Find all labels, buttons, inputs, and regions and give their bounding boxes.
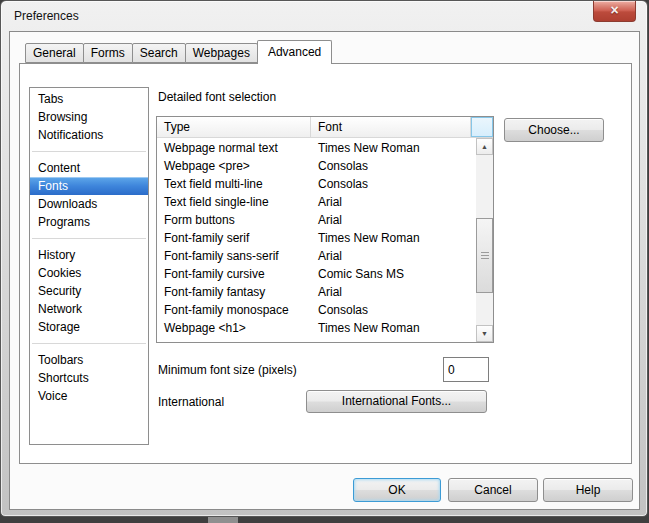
table-row[interactable]: Font-family cursive Comic Sans MS bbox=[157, 265, 476, 283]
table-row[interactable]: Form buttons Arial bbox=[157, 211, 476, 229]
font-selection-table: Type Font Webpage normal text Times New … bbox=[156, 116, 494, 343]
cell-type: Font-family sans-serif bbox=[164, 247, 279, 265]
sidebar-item-browsing[interactable]: Browsing bbox=[30, 108, 148, 126]
screen: Preferences × General Forms Search Webpa… bbox=[0, 0, 649, 523]
table-row[interactable]: Webpage <pre> Consolas bbox=[157, 157, 476, 175]
sidebar-separator bbox=[32, 238, 146, 239]
cell-font: Times New Roman bbox=[318, 139, 420, 157]
table-scrollbar[interactable]: ▲ ▼ bbox=[476, 138, 493, 342]
sidebar-separator bbox=[32, 343, 146, 344]
section-label: Detailed font selection bbox=[158, 90, 276, 104]
settings-sidebar: Tabs Browsing Notifications Content Font… bbox=[29, 87, 149, 445]
cell-font: Comic Sans MS bbox=[318, 265, 404, 283]
sidebar-item-notifications[interactable]: Notifications bbox=[30, 126, 148, 144]
sidebar-item-downloads[interactable]: Downloads bbox=[30, 195, 148, 213]
table-row[interactable]: Font-family sans-serif Arial bbox=[157, 247, 476, 265]
help-button[interactable]: Help bbox=[543, 478, 633, 502]
cell-type: Font-family fantasy bbox=[164, 283, 265, 301]
scroll-down-icon: ▼ bbox=[477, 326, 492, 341]
sidebar-item-tabs[interactable]: Tabs bbox=[30, 90, 148, 108]
cell-type: Webpage <pre> bbox=[164, 157, 250, 175]
column-header-type[interactable]: Type bbox=[157, 117, 311, 137]
column-header-spacer[interactable] bbox=[471, 117, 493, 137]
table-row[interactable]: Font-family monospace Consolas bbox=[157, 301, 476, 319]
min-font-size-label: Minimum font size (pixels) bbox=[158, 363, 297, 377]
tab-search[interactable]: Search bbox=[132, 43, 186, 63]
tab-general[interactable]: General bbox=[25, 43, 84, 63]
close-button[interactable]: × bbox=[593, 1, 636, 22]
sidebar-item-voice[interactable]: Voice bbox=[30, 387, 148, 405]
cell-font: Arial bbox=[318, 211, 342, 229]
cell-type: Form buttons bbox=[164, 211, 235, 229]
table-row[interactable]: Font-family serif Times New Roman bbox=[157, 229, 476, 247]
cell-type: Webpage <h1> bbox=[164, 319, 246, 337]
ok-button[interactable]: OK bbox=[353, 478, 441, 502]
sidebar-item-security[interactable]: Security bbox=[30, 282, 148, 300]
cell-font: Consolas bbox=[318, 301, 368, 319]
sidebar-separator bbox=[32, 151, 146, 152]
cell-font: Consolas bbox=[318, 175, 368, 193]
international-label: International bbox=[158, 395, 224, 409]
cell-font: Consolas bbox=[318, 157, 368, 175]
window-title: Preferences bbox=[14, 9, 79, 23]
sidebar-item-shortcuts[interactable]: Shortcuts bbox=[30, 369, 148, 387]
tab-forms[interactable]: Forms bbox=[83, 43, 133, 63]
cell-font: Arial bbox=[318, 283, 342, 301]
sidebar-item-network[interactable]: Network bbox=[30, 300, 148, 318]
titlebar[interactable]: Preferences × bbox=[1, 1, 647, 30]
scroll-up-button[interactable]: ▲ bbox=[476, 138, 493, 155]
cell-type: Webpage normal text bbox=[164, 139, 278, 157]
sidebar-item-cookies[interactable]: Cookies bbox=[30, 264, 148, 282]
tab-webpages[interactable]: Webpages bbox=[185, 43, 258, 63]
cell-type: Text field single-line bbox=[164, 193, 269, 211]
table-row[interactable]: Webpage normal text Times New Roman bbox=[157, 139, 476, 157]
close-icon: × bbox=[610, 2, 618, 18]
cell-font: Times New Roman bbox=[318, 319, 420, 337]
table-body: Webpage normal text Times New Roman Webp… bbox=[157, 139, 476, 337]
column-header-font[interactable]: Font bbox=[311, 117, 471, 137]
international-fonts-button[interactable]: International Fonts... bbox=[306, 390, 487, 413]
min-font-size-input[interactable] bbox=[443, 357, 489, 382]
table-header-row: Type Font bbox=[157, 117, 493, 138]
background-artifact bbox=[208, 517, 238, 523]
sidebar-item-fonts[interactable]: Fonts bbox=[30, 177, 148, 195]
preferences-window: Preferences × General Forms Search Webpa… bbox=[0, 0, 648, 517]
cell-type: Font-family serif bbox=[164, 229, 249, 247]
scrollbar-thumb[interactable] bbox=[476, 218, 493, 293]
sidebar-item-content[interactable]: Content bbox=[30, 159, 148, 177]
cell-font: Arial bbox=[318, 247, 342, 265]
cell-type: Text field multi-line bbox=[164, 175, 263, 193]
table-row[interactable]: Text field single-line Arial bbox=[157, 193, 476, 211]
tab-bar: General Forms Search Webpages Advanced bbox=[25, 40, 331, 64]
tab-advanced[interactable]: Advanced bbox=[257, 40, 332, 64]
cell-type: Font-family cursive bbox=[164, 265, 265, 283]
scroll-up-icon: ▲ bbox=[477, 139, 492, 154]
choose-button[interactable]: Choose... bbox=[504, 118, 604, 142]
cancel-button[interactable]: Cancel bbox=[448, 478, 538, 502]
cell-font: Times New Roman bbox=[318, 229, 420, 247]
cell-font: Arial bbox=[318, 193, 342, 211]
sidebar-item-programs[interactable]: Programs bbox=[30, 213, 148, 231]
sidebar-item-storage[interactable]: Storage bbox=[30, 318, 148, 336]
scroll-down-button[interactable]: ▼ bbox=[476, 325, 493, 342]
sidebar-item-history[interactable]: History bbox=[30, 246, 148, 264]
table-row[interactable]: Webpage <h1> Times New Roman bbox=[157, 319, 476, 337]
cell-type: Font-family monospace bbox=[164, 301, 289, 319]
sidebar-item-toolbars[interactable]: Toolbars bbox=[30, 351, 148, 369]
table-row[interactable]: Font-family fantasy Arial bbox=[157, 283, 476, 301]
table-row[interactable]: Text field multi-line Consolas bbox=[157, 175, 476, 193]
scrollbar-grip-icon bbox=[481, 252, 489, 259]
